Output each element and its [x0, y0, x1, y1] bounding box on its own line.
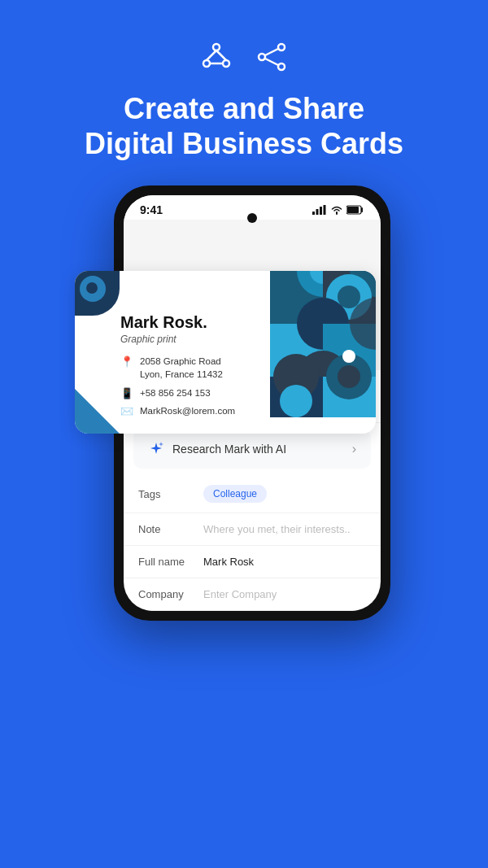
card-pattern — [270, 271, 376, 433]
svg-point-8 — [278, 63, 285, 70]
note-label: Note — [138, 523, 187, 535]
business-card: Mark Rosk. Graphic print 📍 2058 Graphic … — [75, 271, 376, 433]
network-icon — [198, 39, 234, 75]
card-phone: 📱 +58 856 254 153 — [120, 386, 270, 399]
svg-line-3 — [207, 50, 216, 60]
location-icon: 📍 — [120, 355, 133, 368]
card-email: ✉️ MarkRosk@lorem.com — [120, 404, 270, 417]
fullname-row: Full name Mark Rosk — [124, 546, 381, 578]
research-text: Research Mark with AI — [172, 443, 286, 456]
svg-point-30 — [342, 350, 355, 363]
tags-row: Tags Colleague — [124, 475, 381, 513]
fullname-value: Mark Rosk — [203, 556, 254, 568]
svg-point-1 — [203, 60, 210, 67]
note-row: Note Where you met, their interests.. — [124, 513, 381, 546]
svg-point-29 — [338, 365, 360, 388]
main-headline: Create and Share Digital Business Cards — [52, 91, 436, 161]
phone-mockup-wrapper: Mark Rosk. Graphic print 📍 2058 Graphic … — [89, 185, 399, 621]
company-label: Company — [138, 588, 187, 600]
research-row[interactable]: Research Mark with AI › — [133, 430, 371, 469]
note-placeholder[interactable]: Where you met, their interests.. — [203, 523, 351, 535]
ai-sparkle-icon — [148, 441, 164, 457]
email-icon: ✉️ — [120, 405, 133, 417]
camera-notch — [247, 213, 257, 223]
svg-point-26 — [280, 385, 312, 417]
svg-point-18 — [338, 286, 360, 308]
card-address: 📍 2058 Graphic Road Lyon, France 11432 — [120, 355, 270, 381]
svg-line-4 — [216, 50, 226, 60]
card-title: Graphic print — [120, 334, 270, 345]
colleague-tag[interactable]: Colleague — [203, 485, 267, 503]
svg-point-7 — [259, 54, 265, 60]
battery-icon — [346, 205, 364, 215]
svg-rect-31 — [312, 212, 315, 215]
wifi-icon — [330, 205, 343, 215]
svg-point-2 — [223, 60, 229, 67]
signal-icon — [312, 205, 327, 215]
svg-rect-33 — [320, 207, 322, 215]
status-bar: 9:41 — [124, 195, 381, 220]
status-icons — [312, 205, 364, 215]
company-row: Company Enter Company — [124, 578, 381, 611]
chevron-right-icon: › — [352, 442, 356, 456]
svg-point-0 — [213, 44, 220, 50]
svg-rect-32 — [316, 209, 319, 215]
research-left: Research Mark with AI — [148, 441, 286, 457]
svg-line-9 — [265, 49, 278, 55]
fullname-label: Full name — [138, 556, 187, 568]
svg-rect-34 — [324, 205, 326, 215]
svg-rect-36 — [347, 207, 359, 213]
share-icon — [254, 39, 290, 75]
company-placeholder[interactable]: Enter Company — [203, 588, 277, 600]
card-name: Mark Rosk. — [120, 313, 270, 332]
svg-line-10 — [265, 59, 278, 65]
svg-point-6 — [278, 44, 285, 50]
top-icons-row — [198, 39, 290, 75]
phone-icon: 📱 — [120, 387, 133, 399]
status-time: 9:41 — [140, 203, 163, 216]
tags-label: Tags — [138, 488, 187, 500]
